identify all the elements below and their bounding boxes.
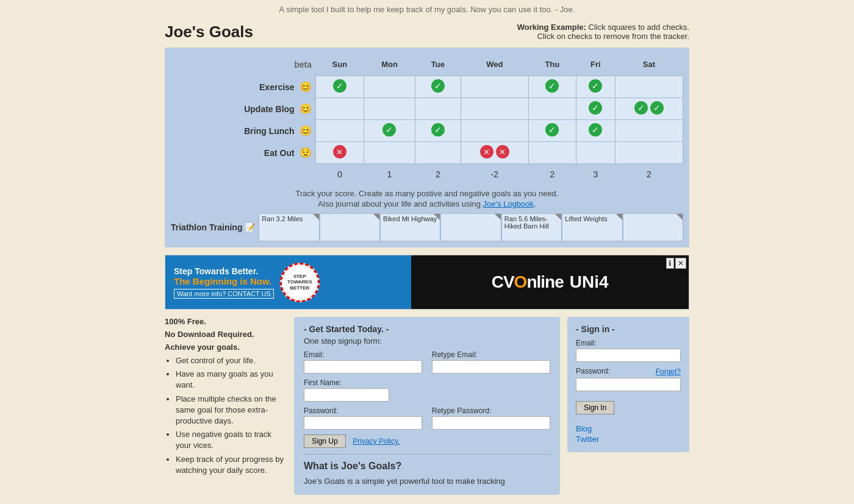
- signin-password-field[interactable]: [576, 378, 681, 391]
- signup-title: - Get Started Today. -: [304, 324, 550, 334]
- cell-blog-tue[interactable]: [415, 98, 461, 119]
- col-sun: Sun: [315, 54, 364, 76]
- signin-email-label: Email:: [576, 339, 681, 347]
- journal-link[interactable]: Joe's Logbook: [483, 199, 534, 208]
- check-red[interactable]: [480, 145, 493, 158]
- score-row: 0 1 2 -2 2 3 2: [171, 163, 683, 185]
- journal-prefix: Also journal about your life and activit…: [318, 199, 481, 208]
- privacy-policy-link[interactable]: Privacy Policy.: [353, 437, 400, 445]
- cell-lunch-sat[interactable]: [615, 119, 683, 141]
- ad-close-button[interactable]: ✕: [675, 258, 686, 269]
- retype-email-field[interactable]: [432, 360, 550, 374]
- check-green[interactable]: [634, 101, 648, 115]
- signin-title: - Sign in -: [576, 324, 681, 334]
- cell-blog-fri[interactable]: [576, 98, 615, 119]
- check-green[interactable]: [589, 101, 602, 115]
- goal-label-eatout: Eat Out 😟: [171, 141, 315, 163]
- goals-table: beta Sun Mon Tue Wed Thu Fri Sat Exercis…: [171, 54, 683, 185]
- triathlon-cell-mon[interactable]: [320, 213, 380, 241]
- cell-blog-sat[interactable]: [615, 98, 683, 119]
- cell-exercise-wed[interactable]: [461, 76, 528, 98]
- cell-blog-wed[interactable]: [461, 98, 528, 119]
- retype-password-field[interactable]: [432, 416, 550, 430]
- score-fri: 3: [576, 163, 615, 185]
- ad-info-icon[interactable]: ℹ: [666, 258, 674, 269]
- edit-icon[interactable]: 📝: [245, 222, 255, 232]
- corner-mark: [676, 214, 683, 220]
- corner-mark: [616, 214, 622, 220]
- triathlon-cell-thu[interactable]: Ran 5.6 Miles- Hiked Barn Hill: [501, 213, 562, 241]
- blog-link[interactable]: Blog: [576, 424, 681, 433]
- cell-lunch-wed[interactable]: [461, 119, 528, 141]
- triathlon-cell-sun[interactable]: Ran 3.2 Miles: [259, 213, 319, 241]
- check-green[interactable]: [431, 79, 445, 93]
- password-form-grid: Password: Retype Password:: [304, 406, 550, 430]
- cv-logo[interactable]: CVOnline: [492, 272, 564, 292]
- signup-button[interactable]: Sign Up: [304, 435, 346, 448]
- tagline: A simple tool I built to help me keep tr…: [279, 5, 575, 14]
- check-green[interactable]: [545, 79, 559, 93]
- cell-eatout-sat[interactable]: [615, 141, 683, 163]
- triathlon-cell-sat[interactable]: [623, 213, 683, 241]
- triathlon-row: Triathlon Training 📝 Ran 3.2 Miles Biked…: [171, 213, 683, 241]
- feature-no-download: No Download Required.: [165, 330, 254, 339]
- cell-exercise-sat[interactable]: [615, 76, 683, 98]
- cell-lunch-mon[interactable]: [364, 119, 415, 141]
- ad-step-towards: Step Towards Better.: [174, 266, 274, 276]
- triathlon-cell-fri[interactable]: Lifted Weights: [562, 213, 622, 241]
- cell-blog-mon[interactable]: [364, 98, 415, 119]
- triathlon-label: Triathlon Training 📝: [171, 222, 259, 232]
- cell-lunch-thu[interactable]: [528, 119, 576, 141]
- cell-eatout-mon[interactable]: [364, 141, 415, 163]
- firstname-field[interactable]: [304, 388, 389, 402]
- cell-lunch-fri[interactable]: [576, 119, 615, 141]
- list-item: Place multiple checks on the same goal f…: [176, 394, 287, 427]
- corner-mark: [373, 214, 379, 220]
- working-example: Working Example: Click squares to add ch…: [517, 23, 689, 41]
- ad-text: Step Towards Better. The Beginning is No…: [174, 266, 274, 299]
- check-red[interactable]: [496, 145, 509, 158]
- cell-eatout-thu[interactable]: [528, 141, 576, 163]
- email-field[interactable]: [304, 360, 422, 374]
- cell-lunch-tue[interactable]: [415, 119, 461, 141]
- ad-contact[interactable]: Want more info? CONTACT US: [174, 289, 274, 299]
- cell-lunch-sun[interactable]: [315, 119, 364, 141]
- col-fri: Fri: [576, 54, 615, 76]
- retype-email-label: Retype Email:: [432, 350, 550, 359]
- nline-text: nline: [526, 272, 563, 291]
- check-green[interactable]: [431, 123, 445, 137]
- triathlon-cell-tue[interactable]: Biked Mt Highway: [380, 213, 440, 241]
- check-green[interactable]: [545, 123, 559, 137]
- check-green[interactable]: [589, 79, 602, 93]
- cell-exercise-fri[interactable]: [576, 76, 615, 98]
- triathlon-cell-wed[interactable]: [440, 213, 501, 241]
- score-wed: -2: [461, 163, 528, 185]
- divider: [304, 454, 550, 455]
- cell-exercise-thu[interactable]: [528, 76, 576, 98]
- signin-button[interactable]: Sign In: [576, 401, 614, 414]
- cell-eatout-wed[interactable]: [461, 141, 528, 163]
- signin-email-field[interactable]: [576, 349, 681, 362]
- signup-subtitle: One step signup form:: [304, 336, 550, 346]
- uni4-logo[interactable]: UNi4: [570, 272, 609, 292]
- check-green[interactable]: [333, 79, 346, 93]
- cell-exercise-mon[interactable]: [364, 76, 415, 98]
- table-row: Eat Out 😟: [171, 141, 683, 163]
- signin-password-row: Password: Forget?: [576, 367, 681, 377]
- cell-blog-sun[interactable]: [315, 98, 364, 119]
- corner-mark: [555, 214, 561, 220]
- check-green[interactable]: [589, 123, 602, 137]
- password-field[interactable]: [304, 416, 422, 430]
- check-green[interactable]: [650, 101, 664, 115]
- cell-eatout-fri[interactable]: [576, 141, 615, 163]
- forget-link[interactable]: Forget?: [656, 367, 681, 376]
- check-red[interactable]: [333, 145, 346, 158]
- twitter-link[interactable]: Twitter: [576, 435, 681, 444]
- cell-eatout-tue[interactable]: [415, 141, 461, 163]
- cell-exercise-sun[interactable]: [315, 76, 364, 98]
- cell-eatout-sun[interactable]: [315, 141, 364, 163]
- cell-exercise-tue[interactable]: [415, 76, 461, 98]
- cell-blog-thu[interactable]: [528, 98, 576, 119]
- password-group: Password:: [304, 406, 422, 430]
- check-green[interactable]: [382, 123, 396, 137]
